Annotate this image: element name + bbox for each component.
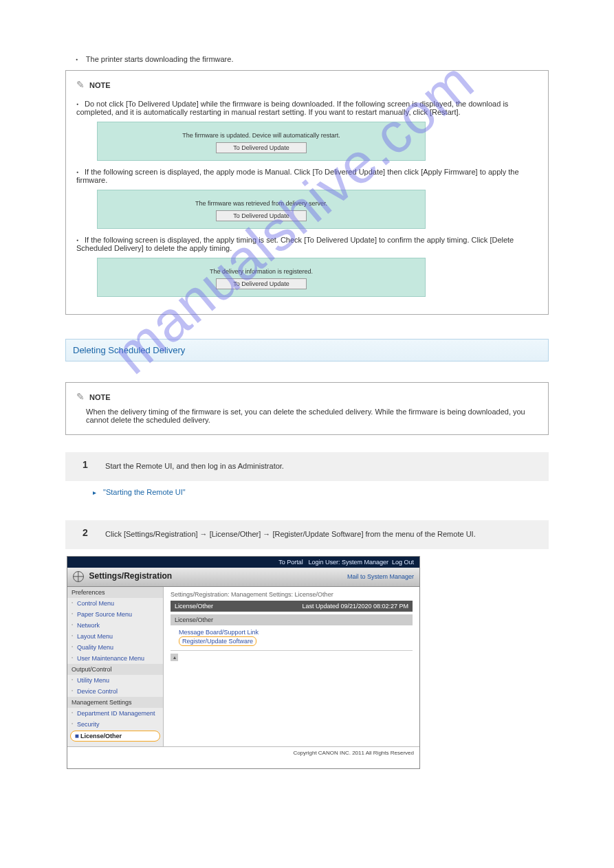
- note-item-2: If the following screen is displayed, th…: [76, 168, 538, 229]
- sidebar-cat-preferences: Preferences: [67, 587, 163, 598]
- step-1-band: 1 Start the Remote UI, and then log in a…: [65, 452, 549, 481]
- step-2-band: 2 Click [Settings/Registration] → [Licen…: [65, 520, 549, 549]
- note-label: NOTE: [89, 393, 111, 401]
- note-box-1: ✎ NOTE Do not click [To Delivered Update…: [65, 70, 549, 315]
- settings-registration-title: Settings/Registration: [89, 571, 173, 581]
- main-links-list: Message Board/Support Link Register/Upda…: [171, 625, 413, 646]
- sidebar-item-layout-menu[interactable]: Layout Menu: [67, 631, 163, 642]
- note-box-2-text: When the delivery timing of the firmware…: [86, 408, 538, 424]
- mail-to-system-manager-link[interactable]: Mail to System Manager: [347, 573, 414, 580]
- sidebar-item-paper-source-menu[interactable]: Paper Source Menu: [67, 609, 163, 620]
- section-header: Deleting Scheduled Delivery: [65, 339, 549, 361]
- intro-bullet-list: The printer starts downloading the firmw…: [65, 55, 549, 63]
- starting-remote-ui-link[interactable]: "Starting the Remote UI": [103, 488, 186, 496]
- firmware-updated-screenshot: The firmware is updated. Device will aut…: [97, 122, 426, 161]
- delivery-registered-screenshot: The delivery information is registered. …: [97, 258, 426, 297]
- note-item-1-text: Do not click [To Delivered Update] while…: [76, 100, 508, 116]
- logout-link[interactable]: Log Out: [392, 559, 414, 566]
- note-item-2-text: If the following screen is displayed, th…: [76, 168, 519, 184]
- sidebar-item-network[interactable]: Network: [67, 620, 163, 631]
- main-title-bar: License/Other Last Updated 09/21/2020 08…: [171, 601, 413, 612]
- arrow-icon: ▸: [93, 489, 101, 496]
- sidebar-item-device-control[interactable]: Device Control: [67, 686, 163, 697]
- firmware-retrieved-msg: The firmware was retrieved from delivery…: [98, 200, 425, 207]
- ui-sidebar: Preferences Control Menu Paper Source Me…: [67, 587, 164, 746]
- sidebar-item-license-other[interactable]: License/Other: [70, 731, 160, 742]
- sidebar-item-user-maintenance-menu[interactable]: User Maintenance Menu: [67, 653, 163, 664]
- sidebar-cat-management-settings: Management Settings: [67, 697, 163, 708]
- collapse-icon[interactable]: ▴: [171, 654, 178, 661]
- ui-ribbon: Settings/Registration Mail to System Man…: [67, 568, 419, 587]
- step-1-text: Start the Remote UI, and then log in as …: [105, 462, 284, 470]
- to-delivered-update-button[interactable]: To Delivered Update: [216, 142, 307, 153]
- ui-body: Preferences Control Menu Paper Source Me…: [67, 587, 419, 746]
- firmware-retrieved-screenshot: The firmware was retrieved from delivery…: [97, 190, 426, 229]
- step-2-number: 2: [83, 527, 98, 542]
- delivery-registered-msg: The delivery information is registered.: [98, 268, 425, 275]
- main-title: License/Other: [175, 603, 213, 610]
- last-updated-label: Last Updated 09/21/2020 08:02:27 PM: [302, 603, 408, 610]
- register-update-software-link[interactable]: Register/Update Software: [179, 636, 256, 646]
- divider: [171, 650, 413, 651]
- pencil-icon: ✎: [76, 79, 85, 90]
- intro-bullet-text: The printer starts downloading the firmw…: [86, 55, 234, 63]
- breadcrumb: Settings/Registration: Management Settin…: [171, 591, 413, 598]
- sidebar-item-utility-menu[interactable]: Utility Menu: [67, 675, 163, 686]
- note-item-3-text: If the following screen is displayed, th…: [76, 236, 514, 252]
- ui-footer: Copyright CANON INC. 2011 All Rights Res…: [67, 746, 419, 768]
- remote-ui-screenshot: To Portal Login User: System Manager Log…: [67, 556, 420, 769]
- sidebar-item-control-menu[interactable]: Control Menu: [67, 598, 163, 609]
- sidebar-cat-output-control: Output/Control: [67, 664, 163, 675]
- sidebar-item-quality-menu[interactable]: Quality Menu: [67, 642, 163, 653]
- step-1-number: 1: [83, 459, 98, 474]
- settings-icon: [73, 571, 84, 582]
- to-delivered-update-button[interactable]: To Delivered Update: [216, 278, 307, 289]
- note-item-3: If the following screen is displayed, th…: [76, 236, 538, 297]
- starting-remote-ui-link-row: ▸ "Starting the Remote UI": [65, 481, 549, 503]
- pencil-icon: ✎: [76, 391, 85, 402]
- to-portal-link[interactable]: To Portal: [278, 559, 303, 566]
- firmware-updated-msg: The firmware is updated. Device will aut…: [98, 132, 425, 139]
- message-board-link[interactable]: Message Board/Support Link: [179, 628, 413, 636]
- sub-title-bar: License/Other: [171, 614, 413, 625]
- ui-topbar: To Portal Login User: System Manager Log…: [67, 557, 419, 568]
- sidebar-item-department-id-management[interactable]: Department ID Management: [67, 708, 163, 719]
- step-2-text: Click [Settings/Registration] → [License…: [105, 530, 476, 538]
- note-label: NOTE: [89, 81, 111, 89]
- ui-main: Settings/Registration: Management Settin…: [164, 587, 419, 746]
- note-list-1: Do not click [To Delivered Update] while…: [76, 100, 538, 297]
- to-delivered-update-button[interactable]: To Delivered Update: [216, 210, 307, 221]
- sidebar-item-security[interactable]: Security: [67, 719, 163, 730]
- note-box-2: ✎ NOTE When the delivery timing of the f…: [65, 382, 549, 435]
- login-user-label: Login User: System Manager: [308, 559, 388, 566]
- note-item-1: Do not click [To Delivered Update] while…: [76, 100, 538, 161]
- intro-bullet: The printer starts downloading the firmw…: [76, 55, 549, 63]
